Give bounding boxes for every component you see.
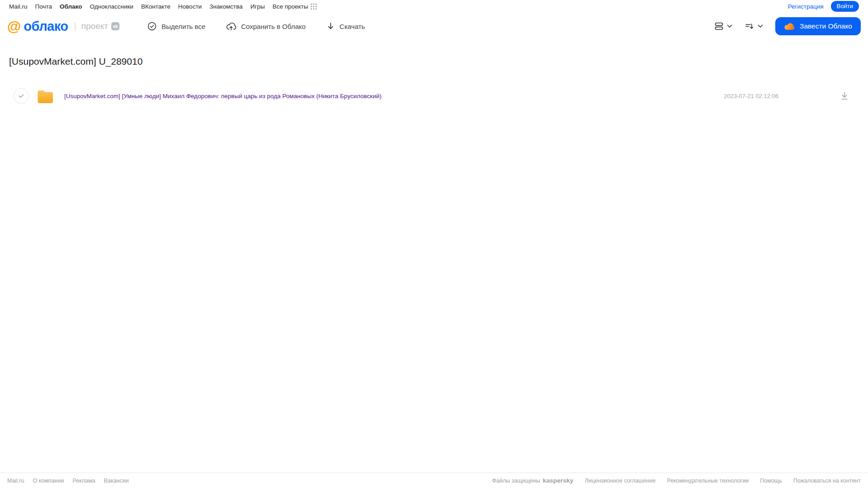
mailru-at-icon: @	[7, 19, 21, 33]
kaspersky-logo[interactable]: kaspersky	[543, 477, 574, 484]
header-right-controls: Завести Облако	[714, 17, 861, 35]
row-checkbox[interactable]	[14, 88, 29, 104]
footer-link-license[interactable]: Лицензионное соглашение	[585, 478, 656, 484]
cloud-icon	[784, 22, 795, 30]
footer-link-help[interactable]: Помощь	[760, 478, 782, 484]
save-to-cloud-button[interactable]: Сохранить в Облако	[226, 22, 306, 31]
nav-link-odnoklassniki[interactable]: Одноклассники	[90, 3, 133, 10]
file-row[interactable]: [UsupovMarket.com] [Умные люди] Михаил Ф…	[7, 86, 861, 106]
footer-link-jobs[interactable]: Вакансии	[104, 478, 129, 484]
page-title: [UsupovMarket.com] U_289010	[9, 56, 861, 67]
cloud-logo[interactable]: @ облако | проект vk	[7, 19, 119, 34]
nav-link-pochta[interactable]: Почта	[35, 3, 52, 10]
file-modified-date: 2023-07-21 02:12:06	[724, 93, 778, 99]
chevron-down-icon	[727, 24, 732, 28]
select-all-label: Выделить все	[161, 23, 205, 30]
protected-label: Файлы защищены	[492, 478, 540, 484]
logo-divider: |	[74, 21, 76, 32]
cloud-upload-icon	[226, 22, 236, 31]
sort-icon	[745, 22, 754, 31]
nav-link-novosti[interactable]: Новости	[178, 3, 202, 10]
download-label: Скачать	[340, 23, 365, 30]
actions-toolbar: Выделить все Сохранить в Облако Скачать	[147, 22, 365, 31]
row-download-icon[interactable]	[840, 91, 849, 100]
file-name-link[interactable]: [UsupovMarket.com] [Умные люди] Михаил Ф…	[64, 93, 382, 99]
portal-nav-auth: Регистрация Войти	[788, 1, 859, 12]
download-arrow-icon	[327, 22, 335, 31]
footer-link-ads[interactable]: Реклама	[72, 478, 95, 484]
footer-right-links: Файлы защищены kaspersky Лицензионное со…	[492, 477, 861, 484]
portal-nav-links: Mail.ru Почта Облако Одноклассники ВКонт…	[9, 3, 317, 10]
save-to-cloud-label: Сохранить в Облако	[241, 23, 306, 30]
sort-toggle[interactable]	[745, 22, 763, 31]
folder-icon	[37, 89, 54, 103]
nav-link-znakomstva[interactable]: Знакомства	[209, 3, 242, 10]
view-mode-toggle[interactable]	[714, 22, 732, 31]
nav-link-vkontakte[interactable]: ВКонтакте	[141, 3, 171, 10]
nav-link-oblako[interactable]: Облако	[60, 3, 82, 10]
cloud-public-page: Mail.ru Почта Облако Одноклассники ВКонт…	[0, 0, 868, 488]
check-circle-icon	[147, 22, 157, 31]
kaspersky-protection: Файлы защищены kaspersky	[492, 477, 574, 484]
footer-link-company[interactable]: О компании	[33, 478, 64, 484]
project-label: проект	[81, 21, 108, 31]
nav-link-mailru[interactable]: Mail.ru	[9, 3, 28, 10]
cloud-logo-text: облако	[24, 19, 68, 34]
main-content: [UsupovMarket.com] U_289010 [UsupovMarke…	[0, 40, 868, 473]
apps-grid-icon	[311, 4, 317, 9]
select-all-button[interactable]: Выделить все	[147, 22, 205, 31]
page-footer: Mail.ru О компании Реклама Вакансии Файл…	[0, 473, 868, 488]
portal-nav: Mail.ru Почта Облако Одноклассники ВКонт…	[0, 0, 868, 13]
registration-link[interactable]: Регистрация	[788, 3, 824, 10]
list-view-icon	[714, 22, 724, 31]
get-cloud-button[interactable]: Завести Облако	[775, 17, 861, 35]
get-cloud-label: Завести Облако	[800, 22, 852, 30]
login-button[interactable]: Войти	[831, 1, 859, 12]
chevron-down-icon	[758, 24, 763, 28]
footer-link-recommendations[interactable]: Рекомендательные технологии	[667, 478, 749, 484]
all-projects-label: Все проекты	[272, 3, 308, 10]
nav-link-all-projects[interactable]: Все проекты	[272, 3, 317, 10]
download-button[interactable]: Скачать	[327, 22, 365, 31]
footer-link-report-content[interactable]: Пожаловаться на контент	[793, 478, 861, 484]
footer-left-links: Mail.ru О компании Реклама Вакансии	[7, 478, 129, 484]
vk-icon: vk	[111, 22, 119, 30]
cloud-header: @ облако | проект vk Выделить все Сохран…	[0, 13, 868, 40]
nav-link-igry[interactable]: Игры	[251, 3, 265, 10]
footer-link-mailru[interactable]: Mail.ru	[7, 478, 24, 484]
